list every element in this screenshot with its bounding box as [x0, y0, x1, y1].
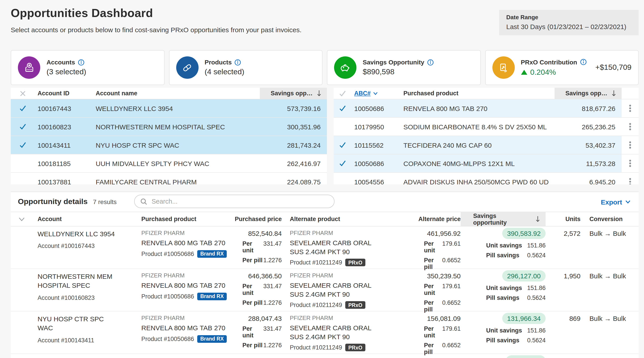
account-id: 100167443 [38, 105, 96, 112]
account-id: 100181185 [38, 160, 96, 167]
product-row[interactable]: 10115562 TECFIDERA 240 MG CAP 60 53,402.… [334, 136, 639, 154]
prxo-contribution-label: PRxO Contribution [521, 58, 577, 66]
savings-amount-badge: 131,966.34 [502, 313, 546, 324]
chevron-down-icon [373, 92, 378, 95]
alternate-per-pill: 0.6652 [442, 342, 461, 355]
sort-down-icon [611, 90, 616, 97]
info-icon[interactable] [427, 59, 434, 66]
export-button[interactable]: Export [601, 198, 630, 206]
product-row[interactable]: 10050686 COPAXONE 40MG-MLPPS 12X1 ML 11,… [334, 154, 639, 173]
search-input[interactable] [151, 197, 328, 205]
unit-savings: 151.86 [527, 327, 546, 334]
account-name: WELLDYNERX LLC 3954 [38, 230, 116, 239]
account-savings: 281,743.24 [260, 141, 327, 149]
prxo-contribution-value: 0.204% [530, 68, 556, 77]
prxo-badge: PRxO [345, 259, 366, 266]
opportunity-row[interactable]: NORTHWESTERN MEM HOSPITAL SPEC Account #… [11, 269, 639, 311]
account-name: NYU HOSP CTR SPC WAC [38, 314, 116, 333]
product-name: RENVELA 800 MG TAB 270 [404, 105, 554, 112]
row-menu-kebab-icon[interactable] [630, 105, 631, 112]
prxo-contribution-amount: +$150,709 [595, 63, 632, 72]
info-icon[interactable] [78, 59, 84, 66]
account-name: WELLDYNERX LLC 3954 [96, 105, 260, 112]
row-menu-kebab-icon[interactable] [630, 178, 631, 185]
account-savings: 573,739.16 [260, 105, 327, 112]
kpi-row: Accounts (3 selected) Products (4 select… [11, 50, 639, 85]
opportunity-row[interactable]: WELLDYNERX LLC 3954 Account #100167443 P… [11, 226, 639, 269]
col-account-id: Account ID [38, 90, 96, 97]
alternate-price-total: 350,239.50 [424, 272, 461, 280]
account-row[interactable]: 100137881 FAMILYCARE CENTRAL PHARM 224,0… [11, 173, 327, 184]
purchased-per-pill: 1.2276 [263, 342, 282, 348]
purchased-per-unit: 331.47 [263, 325, 282, 339]
account-id: 100143411 [38, 141, 96, 149]
alternate-product-number: Product #10211249 [290, 259, 342, 266]
check-icon [339, 105, 346, 111]
select-all-check-icon[interactable] [339, 90, 346, 96]
savings-amount-badge: 50,502.93 [506, 355, 546, 358]
units-value: 1,950 [546, 272, 580, 280]
product-name: ADVAIR DISKUS INHA 250/50MCG PWD 60 UD [404, 178, 554, 184]
alternate-product-name: SEVELAMER CARB ORAL SUS 2.4GM PKT 90 [290, 281, 382, 298]
info-icon[interactable] [234, 59, 241, 66]
alternate-per-pill: 0.6652 [442, 299, 461, 313]
product-row[interactable]: 10050686 RENVELA 800 MG TAB 270 818,677.… [334, 99, 639, 118]
row-menu-kebab-icon[interactable] [630, 142, 631, 149]
product-savings: 818,677.26 [554, 105, 622, 112]
row-menu-kebab-icon[interactable] [630, 123, 631, 130]
check-icon [339, 142, 346, 148]
row-menu-kebab-icon[interactable] [630, 160, 631, 167]
account-number: Account #100143411 [38, 337, 141, 343]
expand-chevron-icon[interactable] [18, 217, 25, 221]
date-range-value: Last 30 Days (01/23/2021 – 02/23/2021) [506, 23, 632, 31]
brand-rx-badge: Brand RX [197, 335, 227, 342]
purchased-manufacturer: PFIZER PHARM [141, 314, 230, 321]
opportunity-row[interactable]: NYU HOSP CTR SPC WAC Account #100143411 … [11, 311, 639, 354]
account-name: NORTHWESTERN MEM HOSPITAL SPEC [96, 123, 260, 130]
col-alternate-product: Alternate product [290, 216, 393, 222]
account-row[interactable]: 100181185 UUH MIDVALLEY SPLTY PHCY WAC 2… [11, 154, 327, 173]
account-row[interactable]: 100167443 WELLDYNERX LLC 3954 573,739.16 [11, 99, 327, 118]
kpi-products: Products (4 selected) [169, 50, 322, 85]
date-range: Date Range Last 30 Days (01/23/2021 – 02… [499, 10, 639, 35]
kpi-prxo-contribution: PRxO Contribution 0.204% +$150,709 [485, 50, 639, 85]
alternate-per-unit: 179.61 [442, 240, 461, 254]
account-savings: 262,416.97 [260, 160, 327, 167]
opportunity-row[interactable]: WELLDYNERX LLC 3954 DR. REDDYS LABORATOR… [11, 354, 639, 358]
product-row[interactable]: 10179950 SODIUM BICARBONATE 8.4% S DV 25… [334, 118, 639, 136]
purchased-per-unit: 331.47 [263, 283, 282, 296]
account-row[interactable]: 100143411 NYU HOSP CTR SPC WAC 281,743.2… [11, 136, 327, 154]
purchased-per-unit: 331.47 [263, 240, 282, 254]
trend-up-icon [521, 70, 527, 75]
products-label: Products [204, 59, 232, 66]
col-savings-sort[interactable]: Savings opp… [260, 88, 327, 99]
account-id: 100160823 [38, 123, 96, 130]
conversion-value: Bulk → Bulk [580, 230, 635, 237]
purchased-price-total: 288,047.43 [242, 314, 282, 322]
check-icon [19, 124, 26, 130]
col-savings-sort[interactable]: Savings opp… [554, 88, 622, 99]
col-account-name: Account name [96, 90, 260, 97]
date-range-label: Date Range [506, 14, 632, 21]
purchased-price-total: 52,014.17 [242, 357, 282, 358]
col-savings-opportunity-sort[interactable]: Savings opportunity [461, 212, 546, 226]
pill-savings: 0.5624 [527, 252, 546, 259]
alternate-per-pill: 0.6652 [442, 257, 461, 270]
account-row[interactable]: 100160823 NORTHWESTERN MEM HOSPITAL SPEC… [11, 118, 327, 136]
accounts-label: Accounts [46, 59, 75, 66]
clear-selection-icon[interactable] [19, 90, 26, 97]
account-savings: 300,351.96 [260, 123, 327, 130]
purchased-per-pill: 1.2276 [263, 299, 282, 306]
opportunity-details-panel: Opportunity details 7 results Export Acc… [11, 192, 639, 358]
chevron-down-icon [625, 200, 630, 204]
pill-savings: 0.5624 [527, 337, 546, 344]
purchased-product-number: Product #10050686 [141, 250, 194, 257]
sort-down-icon [535, 216, 540, 222]
product-row[interactable]: 10054556 ADVAIR DISKUS INHA 250/50MCG PW… [334, 173, 639, 184]
col-abc-number[interactable]: ABC# [354, 90, 378, 97]
page-title: Opportunities Dashboard [11, 6, 302, 20]
product-id: 10050686 [354, 160, 404, 167]
account-name: UUH MIDVALLEY SPLTY PHCY WAC [96, 160, 260, 167]
col-purchased-product: Purchased product [404, 90, 554, 97]
info-icon[interactable] [580, 59, 586, 65]
